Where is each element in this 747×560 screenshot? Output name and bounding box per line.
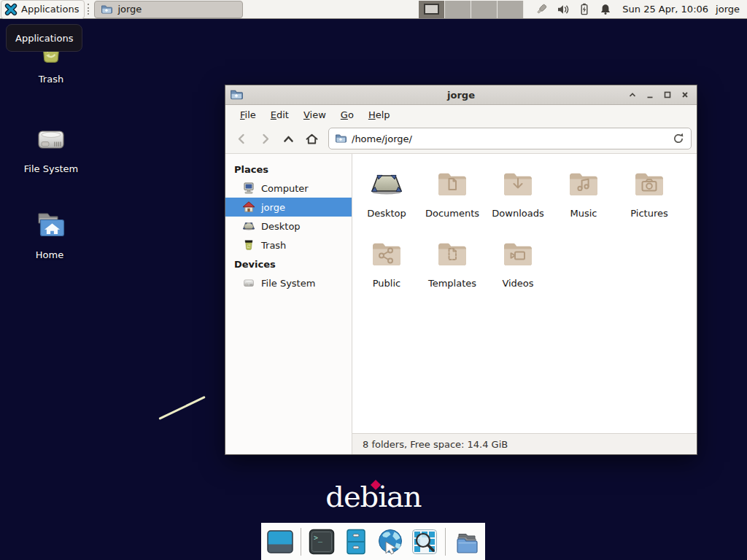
- menu-bar: File Edit View Go Help: [225, 105, 697, 124]
- sidebar: Places Computer jorge Desktop Trash Devi…: [225, 154, 352, 454]
- workspace-window-thumb: [424, 4, 439, 15]
- taskbar-window-label: jorge: [117, 4, 142, 15]
- sidebar-item-jorge[interactable]: jorge: [225, 198, 352, 217]
- house-icon: [242, 201, 255, 214]
- menu-help[interactable]: Help: [363, 107, 396, 122]
- folder-icon: [101, 4, 112, 15]
- folder-document-icon: [435, 166, 470, 201]
- file-item-templates[interactable]: Templates: [419, 230, 485, 300]
- folder-template-icon: [435, 236, 470, 271]
- up-button[interactable]: [277, 128, 299, 149]
- system-tray: [535, 3, 612, 16]
- folder-stack-icon: [452, 528, 480, 556]
- maximize-button[interactable]: [660, 88, 675, 102]
- svg-text:>_: >_: [314, 534, 323, 542]
- app-finder-launcher[interactable]: [411, 528, 438, 556]
- file-item-videos[interactable]: Videos: [485, 230, 551, 300]
- file-item-downloads[interactable]: Downloads: [485, 160, 551, 230]
- applications-tooltip: Applications: [6, 24, 82, 52]
- sidebar-header-places: Places: [225, 160, 352, 179]
- dock-separator: [445, 528, 446, 556]
- drive-icon: [34, 122, 69, 157]
- desktop-icon-label: File System: [24, 163, 78, 174]
- workspace-3[interactable]: [471, 1, 498, 18]
- terminal-launcher[interactable]: >_: [308, 528, 336, 556]
- reload-icon[interactable]: [672, 132, 685, 145]
- file-manager-window: jorge File Edit View Go Help: [225, 85, 697, 455]
- close-button[interactable]: [678, 88, 692, 102]
- sidebar-item-desktop[interactable]: Desktop: [225, 217, 352, 236]
- terminal-icon: >_: [308, 528, 336, 556]
- folder-music-icon: [566, 166, 601, 201]
- panel-clock[interactable]: Sun 25 Apr, 10:06: [622, 4, 708, 15]
- tooltip-text: Applications: [15, 33, 73, 44]
- menu-view[interactable]: View: [298, 107, 332, 122]
- folder-share-icon: [369, 236, 404, 271]
- window-titlebar[interactable]: jorge: [225, 85, 697, 105]
- folder-download-icon: [500, 166, 535, 201]
- show-desktop-button[interactable]: [266, 528, 294, 556]
- file-item-documents[interactable]: Documents: [419, 160, 485, 230]
- sidebar-header-devices: Devices: [225, 254, 352, 273]
- battery-icon[interactable]: [578, 3, 591, 16]
- desktop-pad-icon: [369, 166, 404, 201]
- desktop-icon-label: Home: [36, 249, 63, 260]
- dock-separator: [301, 528, 301, 556]
- sidebar-item-file-system[interactable]: File System: [225, 273, 352, 292]
- panel-handle-separator: [88, 4, 92, 15]
- menu-edit[interactable]: Edit: [265, 107, 295, 122]
- forward-button[interactable]: [254, 128, 276, 149]
- notification-bell-icon[interactable]: [599, 3, 612, 16]
- bottom-dock: >_: [261, 523, 485, 560]
- back-button[interactable]: [231, 128, 252, 149]
- app-finder-icon: [411, 528, 438, 556]
- directory-menu-launcher[interactable]: [452, 528, 480, 556]
- minimize-button[interactable]: [643, 88, 657, 102]
- cursor-trail-line: [158, 396, 205, 420]
- taskbar-window-button[interactable]: jorge: [94, 1, 243, 18]
- top-panel: Applications jorge Su: [0, 0, 747, 19]
- desktop-root: { "panel": { "applications_label": "Appl…: [0, 0, 747, 560]
- panel-user-label[interactable]: jorge: [716, 4, 740, 15]
- file-grid: Desktop Documents Downloads: [352, 154, 697, 433]
- trash-icon: [242, 238, 255, 252]
- workspace-4[interactable]: [498, 1, 524, 18]
- web-browser-launcher[interactable]: [376, 528, 404, 556]
- folder-video-icon: [500, 236, 535, 271]
- stylus-tool-icon[interactable]: [535, 3, 549, 16]
- desktop-icon-home[interactable]: Home: [9, 208, 90, 260]
- menu-file[interactable]: File: [234, 107, 262, 122]
- sidebar-item-computer[interactable]: Computer: [225, 179, 352, 198]
- location-bar[interactable]: [328, 128, 692, 149]
- status-bar: 8 folders, Free space: 14.4 GiB: [352, 433, 697, 454]
- file-item-desktop[interactable]: Desktop: [354, 160, 419, 230]
- desktop-pad-icon: [242, 219, 255, 233]
- workspace-switcher: [419, 1, 524, 18]
- workspace-1[interactable]: [419, 1, 445, 18]
- toolbar: [225, 124, 697, 154]
- file-view[interactable]: Desktop Documents Downloads: [352, 154, 697, 454]
- show-desktop-icon: [266, 528, 294, 556]
- home-button[interactable]: [301, 128, 322, 149]
- applications-menu-icon: [4, 3, 18, 16]
- menu-go[interactable]: Go: [335, 107, 360, 122]
- computer-icon: [242, 182, 255, 195]
- sidebar-item-trash[interactable]: Trash: [225, 236, 352, 254]
- debian-logo: debian: [0, 482, 747, 511]
- volume-icon[interactable]: [557, 3, 570, 16]
- applications-menu-button[interactable]: Applications: [1, 0, 85, 19]
- desktop-icon-file-system[interactable]: File System: [11, 122, 91, 174]
- file-item-public[interactable]: Public: [354, 230, 419, 300]
- drive-icon: [242, 276, 255, 289]
- path-input[interactable]: [352, 133, 667, 144]
- applications-menu-label: Applications: [21, 4, 79, 15]
- desktop-icon-label: Trash: [39, 74, 63, 85]
- workspace-2[interactable]: [445, 1, 471, 18]
- shade-button[interactable]: [625, 88, 640, 102]
- file-manager-launcher[interactable]: [342, 528, 370, 556]
- globe-browser-icon: [376, 528, 404, 556]
- file-item-music[interactable]: Music: [551, 160, 616, 230]
- home-folder-icon: [32, 208, 67, 243]
- folder-camera-icon: [632, 166, 667, 201]
- file-item-pictures[interactable]: Pictures: [616, 160, 682, 230]
